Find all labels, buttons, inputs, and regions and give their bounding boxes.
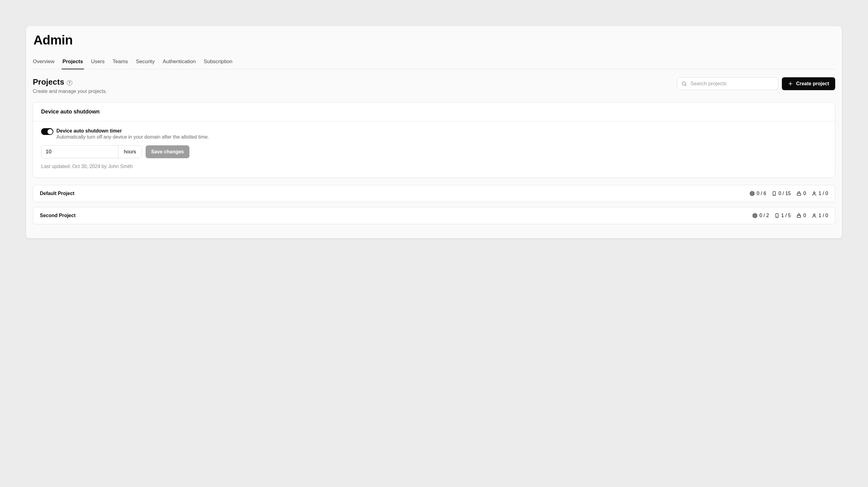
stat-users: 1 / 0: [812, 213, 828, 218]
last-updated: Last updated: Oct 30, 2024 by John Smith: [41, 164, 827, 169]
stat-users-value: 1 / 0: [819, 191, 828, 196]
project-stats: 0 / 2 1 / 5 0: [752, 213, 828, 218]
help-icon[interactable]: ?: [67, 80, 72, 86]
input-row: hours Save changes: [41, 145, 827, 158]
shutdown-card: Device auto shutdown Device auto shutdow…: [33, 102, 835, 177]
section-heading: Projects ? Create and manage your projec…: [33, 77, 107, 94]
tab-projects[interactable]: Projects: [63, 56, 83, 69]
tab-subscription[interactable]: Subscription: [204, 56, 232, 69]
svg-rect-18: [753, 214, 756, 218]
stat-cpu: 0 / 6: [749, 191, 766, 196]
stat-snapshots-value: 0: [803, 191, 806, 196]
stat-users: 1 / 0: [812, 191, 828, 196]
hours-input[interactable]: [41, 146, 118, 158]
tab-teams[interactable]: Teams: [113, 56, 128, 69]
search-input[interactable]: [677, 77, 778, 90]
admin-panel: Admin Overview Projects Users Teams Secu…: [26, 26, 842, 238]
cpu-icon: [752, 213, 758, 218]
lock-icon: [796, 213, 802, 218]
project-row[interactable]: Default Project 0 / 6 0 / 15: [33, 185, 835, 202]
section-header: Projects ? Create and manage your projec…: [33, 77, 835, 94]
toggle-text: Device auto shutdown timer Automatically…: [56, 128, 209, 140]
svg-rect-30: [797, 215, 801, 218]
toggle-label: Device auto shutdown timer: [56, 128, 209, 134]
section-title: Projects: [33, 77, 64, 87]
hours-suffix: hours: [118, 146, 142, 158]
svg-point-31: [813, 214, 815, 216]
svg-rect-14: [773, 191, 775, 195]
section-title-row: Projects ?: [33, 77, 107, 87]
svg-point-17: [813, 192, 815, 194]
create-project-label: Create project: [796, 81, 829, 86]
stat-snapshots: 0: [796, 213, 806, 218]
svg-rect-19: [754, 215, 755, 217]
project-name: Default Project: [40, 191, 74, 196]
project-row[interactable]: Second Project 0 / 2 1 / 5: [33, 207, 835, 224]
stat-cpu-value: 0 / 6: [757, 191, 766, 196]
stat-cpu: 0 / 2: [752, 213, 769, 218]
hours-input-group: hours: [41, 145, 142, 158]
section-actions: Create project: [677, 77, 835, 90]
stat-snapshots-value: 0: [803, 213, 806, 218]
user-icon: [812, 191, 817, 196]
svg-rect-5: [751, 193, 753, 195]
device-icon: [772, 191, 777, 196]
stat-devices-value: 1 / 5: [781, 213, 791, 218]
save-changes-button[interactable]: Save changes: [146, 145, 189, 158]
svg-rect-4: [751, 192, 754, 195]
cpu-icon: [749, 191, 755, 196]
user-icon: [812, 213, 817, 218]
tab-users[interactable]: Users: [91, 56, 104, 69]
tabs: Overview Projects Users Teams Security A…: [33, 56, 835, 69]
tab-security[interactable]: Security: [136, 56, 154, 69]
project-stats: 0 / 6 0 / 15 0: [749, 191, 828, 196]
plus-icon: [788, 81, 793, 86]
tab-overview[interactable]: Overview: [33, 56, 55, 69]
section-subtitle: Create and manage your projects.: [33, 89, 107, 94]
create-project-button[interactable]: Create project: [782, 77, 835, 90]
device-icon: [775, 213, 779, 218]
tab-authentication[interactable]: Authentication: [163, 56, 196, 69]
page-title: Admin: [33, 33, 835, 48]
stat-devices: 0 / 15: [772, 191, 791, 196]
toggle-desc: Automatically turn off any device in you…: [56, 134, 209, 140]
toggle-row: Device auto shutdown timer Automatically…: [41, 128, 827, 140]
shutdown-card-title: Device auto shutdown: [33, 103, 835, 121]
stat-cpu-value: 0 / 2: [760, 213, 769, 218]
search-wrap: [677, 77, 778, 90]
project-name: Second Project: [40, 213, 75, 218]
shutdown-toggle[interactable]: [41, 128, 53, 135]
svg-rect-28: [776, 213, 778, 218]
stat-devices-value: 0 / 15: [778, 191, 791, 196]
shutdown-card-body: Device auto shutdown timer Automatically…: [33, 121, 835, 177]
lock-icon: [796, 191, 802, 196]
stat-snapshots: 0: [796, 191, 806, 196]
stat-devices: 1 / 5: [775, 213, 791, 218]
stat-users-value: 1 / 0: [819, 213, 828, 218]
svg-rect-16: [797, 193, 801, 195]
